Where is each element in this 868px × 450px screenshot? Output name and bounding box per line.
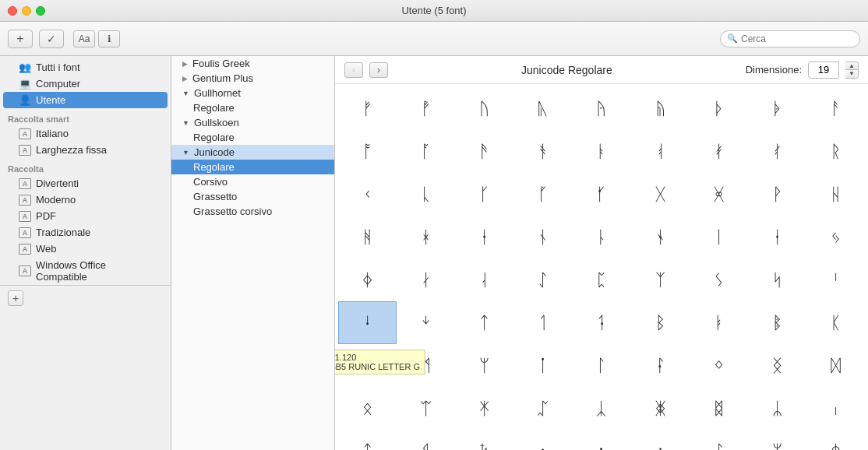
glyph-cell[interactable]: ᛄ [338,258,397,301]
glyph-cell[interactable]: ᛔ [748,301,806,344]
glyph-cell[interactable]: ᚱ [806,130,865,173]
glyph-cell[interactable]: ᛈ [572,258,630,301]
glyph-cell[interactable]: ᚸ [690,173,748,216]
glyph-cell[interactable]: ᛁ [690,216,748,258]
glyph-cell[interactable]: ᛍGlifo 1.120U+16B5 RUNIC LETTER G [338,301,397,344]
glyph-cell[interactable]: ᛠ [397,387,455,430]
glyph-cell[interactable]: ᛑ [572,301,630,344]
sidebar-item-tradizionale[interactable]: A Tradizionale [3,224,168,241]
glyph-cell[interactable]: ᚯ [690,130,748,173]
glyph-cell[interactable]: ᛋ [748,258,806,301]
size-input[interactable] [808,62,839,79]
glyph-cell[interactable]: ᚥ [631,87,690,130]
glyph-cell[interactable]: ᚤ [572,87,630,130]
glyph-cell[interactable]: ᛉ [631,258,690,301]
glyph-cell[interactable]: ᛛ [631,344,690,387]
sidebar-item-utente[interactable]: 👤 Utente [3,92,168,108]
font-family-gullhornet[interactable]: ▼ Gullhornet [171,86,334,100]
glyph-cell[interactable]: ᚮ [631,130,690,173]
glyph-cell[interactable]: ᛣ [572,387,630,430]
glyph-cell[interactable]: ᚢ [455,87,513,130]
font-preview-button[interactable]: Aa [73,30,95,47]
glyph-cell[interactable]: ᛂ [748,216,806,258]
font-sub-gullhornet-regolare[interactable]: Regolare [171,100,334,115]
glyph-cell[interactable]: ᚼ [397,216,455,258]
glyph-cell[interactable]: ᚰ [748,130,806,173]
glyph-cell[interactable]: ᛩ [397,430,455,450]
font-sub-gullskoen-regolare[interactable]: Regolare [171,130,334,145]
glyph-cell[interactable]: ᛒ [631,301,690,344]
glyph-cell[interactable]: ᚳ [397,173,455,216]
check-button[interactable]: ✓ [39,30,64,48]
glyph-cell[interactable]: ᚵ [513,173,572,216]
font-sub-junicode-grassetto[interactable]: Grassetto [171,189,334,204]
font-family-foulis[interactable]: ▶ Foulis Greek [171,56,334,71]
glyph-cell[interactable]: ᛧ [806,387,865,430]
font-family-gullskoen[interactable]: ▼ Gullskoen [171,115,334,130]
glyph-cell[interactable]: ᛕ [806,301,865,344]
glyph-cell[interactable]: ᛚ [572,344,630,387]
glyph-cell[interactable]: ᛜ [690,344,748,387]
maximize-button[interactable] [36,6,45,16]
glyph-cell[interactable]: ᚿ [572,216,630,258]
sidebar-item-windows[interactable]: A Windows Office Compatible [3,257,168,285]
glyph-cell[interactable]: ᚴ [455,173,513,216]
stepper-up-button[interactable]: ▲ [845,62,858,70]
glyph-cell[interactable]: ᚧ [748,87,806,130]
glyph-cell[interactable]: ᛭ [631,430,690,450]
glyph-cell[interactable]: ᛢ [513,387,572,430]
glyph-cell[interactable]: ᛖ [338,344,397,387]
glyph-cell[interactable]: ᛐ [513,301,572,344]
close-button[interactable] [8,6,17,16]
search-bar[interactable]: 🔍 [720,30,860,47]
glyph-cell[interactable]: ᛤ [631,387,690,430]
font-sub-junicode-regolare[interactable]: Regolare [171,160,334,174]
sidebar-item-moderno[interactable]: A Moderno [3,192,168,208]
glyph-cell[interactable]: ᚶ [572,173,630,216]
glyph-cell[interactable]: ᛏ [455,301,513,344]
glyph-cell[interactable]: ᚹ [748,173,806,216]
glyph-cell[interactable]: ᛫ [513,430,572,450]
glyph-cell[interactable]: ᛰ [806,430,865,450]
glyph-cell[interactable]: ᛌ [806,258,865,301]
glyph-cell[interactable]: ᛅ [397,258,455,301]
glyph-cell[interactable]: ᚫ [455,130,513,173]
sidebar-item-computer[interactable]: 💻 Computer [3,76,168,92]
glyph-cell[interactable]: ᚪ [397,130,455,173]
glyph-cell[interactable]: ᛟ [338,387,397,430]
sidebar-item-larghezza[interactable]: A Larghezza fissa [3,142,168,158]
glyph-cell[interactable]: ᛥ [690,387,748,430]
glyph-grid-container[interactable]: ᚠᚡᚢᚣᚤᚥᚦᚧᚨᚩᚪᚫᚬᚭᚮᚯᚰᚱᚲᚳᚴᚵᚶᚷᚸᚹᚺᚻᚼᚽᚾᚿᛀᛁᛂᛃᛄᛅᛆᛇ… [335,84,868,450]
glyph-cell[interactable]: ᛘ [455,344,513,387]
stepper-down-button[interactable]: ▼ [845,70,858,78]
nav-forward-button[interactable]: › [369,62,388,78]
font-family-gentium[interactable]: ▶ Gentium Plus [171,71,334,86]
sidebar-item-web[interactable]: A Web [3,241,168,257]
glyph-cell[interactable]: ᛬ [572,430,630,450]
sidebar-item-tutti[interactable]: 👥 Tutti i font [3,59,168,76]
nav-back-button[interactable]: ‹ [344,62,363,78]
sidebar-item-italiano[interactable]: A Italiano [3,125,168,142]
search-input[interactable] [741,33,853,44]
glyph-cell[interactable]: ᛙ [513,344,572,387]
glyph-cell[interactable]: ᚣ [513,87,572,130]
glyph-cell[interactable]: ᚭ [572,130,630,173]
glyph-cell[interactable]: ᛎ [397,301,455,344]
glyph-cell[interactable]: ᛃ [806,216,865,258]
glyph-cell[interactable]: ᛪ [455,430,513,450]
glyph-cell[interactable]: ᚡ [397,87,455,130]
glyph-cell[interactable]: ᚾ [513,216,572,258]
glyph-cell[interactable]: ᛊ [690,258,748,301]
glyph-cell[interactable]: ᛀ [631,216,690,258]
add-font-button[interactable]: + [8,30,33,48]
glyph-cell[interactable]: ᛦ [748,387,806,430]
glyph-cell[interactable]: ᛮ [690,430,748,450]
glyph-cell[interactable]: ᚻ [338,216,397,258]
font-family-junicode[interactable]: ▼ Junicode [171,145,334,160]
glyph-cell[interactable]: ᛆ [455,258,513,301]
glyph-cell[interactable]: ᚲ [338,173,397,216]
glyph-cell[interactable]: ᛇ [513,258,572,301]
glyph-cell[interactable]: ᚦ [690,87,748,130]
font-sub-junicode-corsivo[interactable]: Corsivo [171,174,334,189]
glyph-cell[interactable]: ᚠ [338,87,397,130]
